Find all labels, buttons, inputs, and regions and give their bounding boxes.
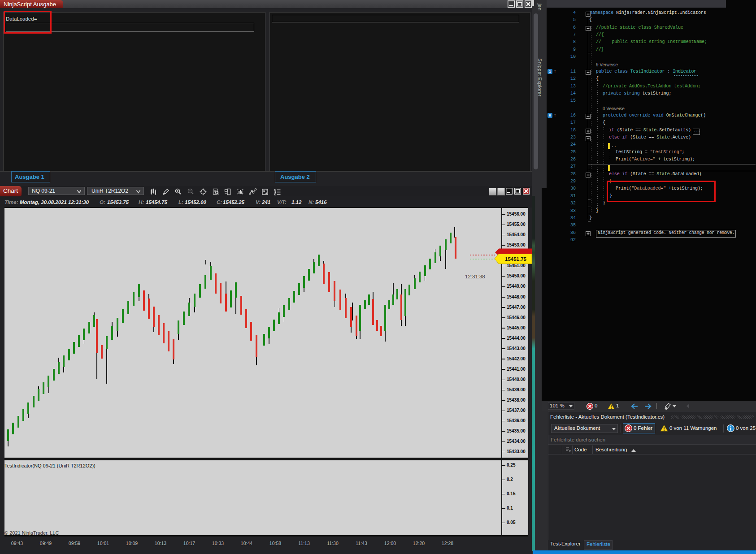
- svg-text:15451.75: 15451.75: [505, 256, 527, 262]
